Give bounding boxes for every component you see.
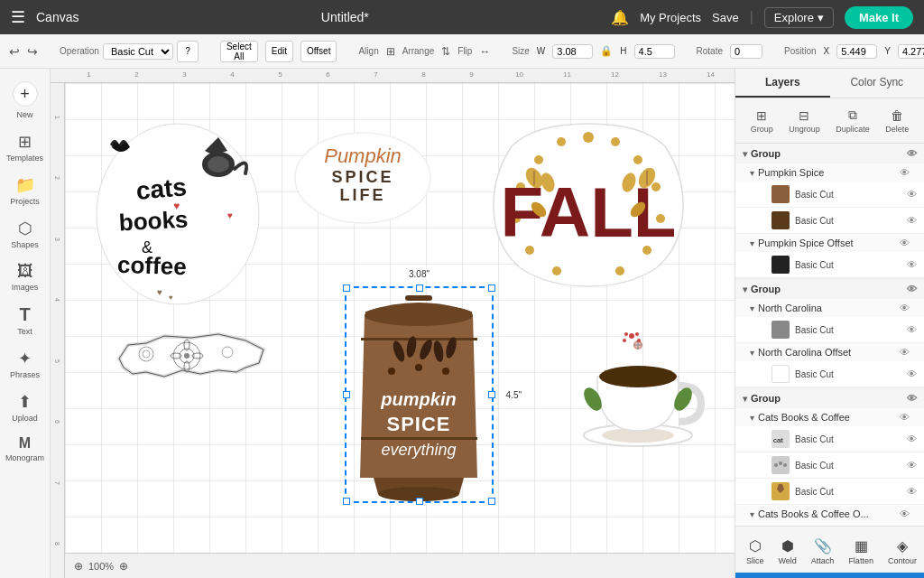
layer-item-nc-1[interactable]: Basic Cut 👁 (735, 317, 924, 343)
eye-icon-cats2[interactable]: 👁 (907, 460, 917, 471)
svg-point-15 (583, 132, 594, 143)
sidebar-item-new[interactable]: + New (3, 76, 48, 125)
sidebar-item-monogram[interactable]: M Monogram (3, 430, 48, 468)
layer-group-header-3[interactable]: ▾ Group 👁 (735, 388, 924, 408)
eye-icon-nco1[interactable]: 👁 (907, 368, 917, 379)
edit-button[interactable]: Edit (265, 41, 293, 62)
eye-icon-cats1[interactable]: 👁 (907, 434, 917, 444)
eye-icon-group2[interactable]: 👁 (907, 284, 917, 294)
flatten-tool[interactable]: ▦ Flatten (841, 534, 881, 569)
svg-point-56 (415, 364, 422, 371)
group-button[interactable]: ⊞ Group (745, 105, 779, 137)
canvas-grid[interactable]: ♥ ♥ cats books & coffee ♥ ♥ (65, 83, 735, 553)
handle-bl[interactable] (343, 498, 350, 505)
height-dimension: 4.5" (504, 389, 524, 401)
pumpkin-spice-life-element[interactable]: Pumpkin SPICE LIFE (291, 128, 435, 228)
eye-icon-ps[interactable]: 👁 (900, 167, 910, 178)
eye-icon-group1[interactable]: 👁 (907, 148, 917, 159)
layer-item-nco-1[interactable]: Basic Cut 👁 (735, 361, 924, 387)
attach-tool[interactable]: 📎 Attach (804, 534, 842, 569)
operation-select[interactable]: Basic Cut (103, 43, 173, 60)
redo-button[interactable]: ↪ (27, 41, 38, 62)
delete-button[interactable]: 🗑 Delete (880, 105, 914, 137)
my-projects-button[interactable]: My Projects (640, 11, 701, 24)
sidebar-item-shapes[interactable]: ⬡ Shapes (3, 213, 48, 255)
notifications-icon[interactable]: 🔔 (611, 9, 629, 26)
eye-icon-ps2[interactable]: 👁 (907, 215, 917, 226)
tab-color-sync[interactable]: Color Sync (830, 69, 925, 98)
sidebar-item-projects[interactable]: 📁 Projects (3, 170, 48, 211)
promo-banner[interactable]: ♣ Use 250k images for free (735, 573, 924, 578)
handle-tr[interactable] (488, 284, 495, 292)
sidebar-item-upload[interactable]: ⬆ Upload (3, 387, 48, 428)
rotate-input[interactable] (730, 44, 762, 59)
layer-item-pso-1[interactable]: Basic Cut 👁 (735, 252, 924, 278)
pos-y-input[interactable] (898, 44, 924, 59)
sidebar-item-text[interactable]: T Text (3, 299, 48, 341)
subgroup-cats-offset[interactable]: ▾ Cats Books & Coffee O... 👁 (735, 505, 924, 523)
sidebar-label-shapes: Shapes (11, 240, 39, 249)
eye-icon-pso1[interactable]: 👁 (907, 259, 917, 270)
eye-icon-nc[interactable]: 👁 (900, 303, 910, 313)
explore-button[interactable]: Explore ▾ (764, 7, 834, 28)
fall-element[interactable]: FALL (489, 119, 688, 291)
eye-icon-catso[interactable]: 👁 (900, 508, 910, 519)
slice-tool[interactable]: ⬡ Slice (739, 534, 772, 569)
make-it-button[interactable]: Make It (845, 6, 913, 29)
arrange-button[interactable]: ⇅ (441, 41, 450, 62)
undo-button[interactable]: ↩ (9, 41, 20, 62)
layer-item-cats-2[interactable]: Basic Cut 👁 (735, 452, 924, 479)
align-button[interactable]: ⊞ (386, 41, 395, 62)
subgroup-cats[interactable]: ▾ Cats Books & Coffee 👁 (735, 408, 924, 426)
cats-books-coffee-element[interactable]: ♥ ♥ cats books & coffee ♥ ♥ (92, 119, 263, 309)
save-button[interactable]: Save (712, 11, 739, 24)
eye-icon-cats3[interactable]: 👁 (907, 486, 917, 497)
canvas-area[interactable]: 1 2 3 4 5 6 7 8 9 10 11 12 13 14 1 2 3 4… (51, 69, 735, 578)
layers-list[interactable]: ▾ Group 👁 ▾ Pumpkin Spice 👁 Basic Cut 👁 … (735, 144, 924, 526)
menu-icon[interactable]: ☰ (11, 7, 25, 27)
layer-item-ps-2[interactable]: Basic Cut 👁 (735, 208, 924, 234)
select-all-button[interactable]: Select All (220, 41, 258, 62)
subgroup-pumpkin-spice[interactable]: ▾ Pumpkin Spice 👁 (735, 163, 924, 182)
operation-help[interactable]: ? (177, 41, 199, 62)
sidebar-item-images[interactable]: 🖼 Images (3, 256, 48, 297)
handle-bm[interactable] (416, 498, 423, 505)
layer-group-header-2[interactable]: ▾ Group 👁 (735, 279, 924, 299)
eye-icon-pso[interactable]: 👁 (900, 238, 910, 248)
pumpkin-spice-cup-element[interactable]: 3.08" 4.5" (345, 286, 494, 503)
layer-item-ps-1[interactable]: Basic Cut 👁 (735, 182, 924, 208)
weld-tool[interactable]: ⬢ Weld (772, 534, 804, 569)
handle-ml[interactable] (343, 391, 350, 398)
subgroup-pumpkin-offset[interactable]: ▾ Pumpkin Spice Offset 👁 (735, 234, 924, 252)
eye-icon-nco[interactable]: 👁 (900, 347, 910, 358)
sidebar-item-phrases[interactable]: ✦ Phrases (3, 343, 48, 385)
sidebar-label-templates: Templates (6, 154, 43, 163)
handle-tm[interactable] (416, 284, 423, 292)
handle-tl[interactable] (343, 284, 350, 292)
layer-item-cats-3[interactable]: Basic Cut 👁 (735, 479, 924, 505)
flip-button[interactable]: ↔ (479, 41, 490, 62)
contour-tool[interactable]: ◈ Contour (881, 534, 924, 569)
tab-layers[interactable]: Layers (735, 69, 830, 98)
handle-mr[interactable] (488, 391, 495, 398)
layer-item-cats-1[interactable]: cat Basic Cut 👁 (735, 426, 924, 452)
subgroup-nc[interactable]: ▾ North Carolina 👁 (735, 299, 924, 317)
handle-br[interactable] (488, 498, 495, 505)
subgroup-nc-offset[interactable]: ▾ North Carolina Offset 👁 (735, 343, 924, 361)
coffee-cup-right-element[interactable] (570, 327, 706, 453)
eye-icon-group3[interactable]: 👁 (907, 393, 917, 404)
sidebar-label-monogram: Monogram (5, 453, 44, 462)
pos-x-input[interactable] (836, 44, 877, 59)
ungroup-button[interactable]: ⊟ Ungroup (783, 105, 826, 137)
layer-group-header-1[interactable]: ▾ Group 👁 (735, 144, 924, 163)
contour-label: Contour (888, 556, 917, 565)
north-carolina-element[interactable] (110, 318, 273, 399)
offset-button[interactable]: Offset (300, 41, 337, 62)
duplicate-button[interactable]: ⧉ Duplicate (830, 104, 875, 137)
size-w-input[interactable] (552, 44, 593, 59)
sidebar-item-templates[interactable]: ⊞ Templates (3, 126, 48, 168)
eye-icon-nc1[interactable]: 👁 (907, 324, 917, 335)
eye-icon-ps1[interactable]: 👁 (907, 189, 917, 200)
eye-icon-cats[interactable]: 👁 (900, 412, 910, 423)
size-h-input[interactable] (634, 44, 675, 59)
